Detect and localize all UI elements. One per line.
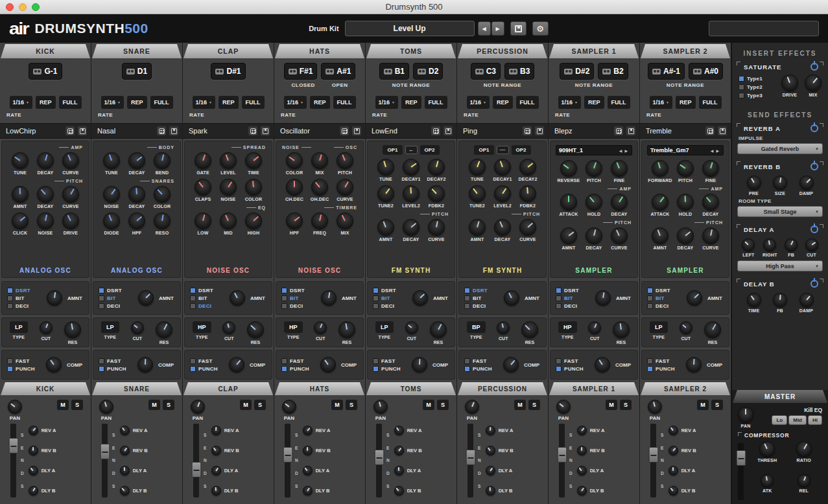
click-knob[interactable] xyxy=(12,212,29,229)
checkbox-icon[interactable] xyxy=(647,303,653,309)
filter-type-button[interactable]: BP xyxy=(467,321,486,333)
fast-option[interactable]: FAST xyxy=(190,358,224,364)
rev-b-send-knob[interactable] xyxy=(303,446,313,455)
impulse-select[interactable]: Gated Reverb ▼ xyxy=(737,143,823,154)
dly-a-send-knob[interactable] xyxy=(486,466,495,475)
checkbox-icon[interactable] xyxy=(99,366,104,372)
dsrt-option[interactable]: DSRT xyxy=(281,288,316,293)
op-link-button[interactable]: ← xyxy=(405,146,418,154)
random-preset-button[interactable] xyxy=(431,126,441,136)
checkbox-icon[interactable] xyxy=(281,288,287,293)
checkbox-icon[interactable] xyxy=(190,288,196,293)
sample-select[interactable]: 909HT_1◀▶ xyxy=(556,145,632,155)
note-button[interactable]: B3 xyxy=(504,63,534,80)
filter-type-button[interactable]: HP xyxy=(558,321,577,333)
checkbox-icon[interactable] xyxy=(281,303,287,309)
filter-type-button[interactable]: HP xyxy=(284,321,303,333)
filter-cutoff-knob[interactable] xyxy=(222,321,235,334)
fast-option[interactable]: FAST xyxy=(373,358,407,364)
channel-fader[interactable] xyxy=(650,424,656,498)
transient-comp-knob[interactable] xyxy=(137,357,153,372)
checkbox-icon[interactable] xyxy=(99,358,104,364)
save-preset-button[interactable] xyxy=(717,126,727,136)
save-preset-button[interactable] xyxy=(534,126,545,136)
op1-button[interactable]: OP1 xyxy=(383,145,402,155)
mute-button[interactable]: M xyxy=(514,400,526,410)
decay-knob[interactable] xyxy=(128,186,145,203)
pan-knob[interactable] xyxy=(465,400,479,414)
channel-fader[interactable] xyxy=(10,424,16,498)
filter-type-button[interactable]: LP xyxy=(101,321,119,333)
dsrt-option[interactable]: DSRT xyxy=(556,288,590,293)
distortion-amount-knob[interactable] xyxy=(321,290,337,306)
note-button[interactable]: C3 xyxy=(471,63,501,80)
filter-type-button[interactable]: HP xyxy=(193,321,211,333)
checkbox-icon[interactable] xyxy=(281,295,287,301)
fdbk2-knob[interactable] xyxy=(519,185,536,202)
op-link-button[interactable]: — xyxy=(497,146,509,154)
dsrt-option[interactable]: DSRT xyxy=(647,288,681,293)
delay-cut-knob[interactable] xyxy=(805,238,818,251)
note-button[interactable]: D#2 xyxy=(560,63,594,80)
checkbox-icon[interactable] xyxy=(190,303,196,309)
checkbox-icon[interactable] xyxy=(464,295,470,301)
checkbox-icon[interactable] xyxy=(739,93,744,98)
hold-knob[interactable] xyxy=(586,194,602,211)
curve-knob[interactable] xyxy=(62,186,79,203)
checkbox-icon[interactable] xyxy=(281,366,287,372)
fast-option[interactable]: FAST xyxy=(556,358,589,364)
note-button[interactable]: B1 xyxy=(379,63,409,80)
op1-button[interactable]: OP1 xyxy=(474,145,493,155)
solo-button[interactable]: S xyxy=(528,400,540,410)
kill-eq-mid-button[interactable]: Mid xyxy=(788,415,807,425)
pan-knob[interactable] xyxy=(556,400,571,414)
note-button[interactable]: D2 xyxy=(413,63,443,80)
full-button[interactable]: FULL xyxy=(150,96,173,109)
channel-fader[interactable] xyxy=(102,424,108,498)
transient-comp-knob[interactable] xyxy=(412,357,427,372)
tune-knob[interactable] xyxy=(12,152,29,169)
level-knob[interactable] xyxy=(220,152,237,169)
save-kit-button[interactable] xyxy=(510,21,526,36)
time-knob[interactable] xyxy=(245,152,262,169)
distortion-amount-knob[interactable] xyxy=(230,290,245,306)
reverb-b-power-button[interactable] xyxy=(810,163,818,170)
saturate-type2-option[interactable]: Type2 xyxy=(739,84,763,90)
fader-handle[interactable] xyxy=(8,438,18,453)
checkbox-icon[interactable] xyxy=(7,366,13,372)
decay-knob[interactable] xyxy=(37,152,54,169)
pan-knob[interactable] xyxy=(282,400,296,414)
random-preset-button[interactable] xyxy=(522,126,532,136)
solo-button[interactable]: S xyxy=(711,400,723,410)
save-preset-button[interactable] xyxy=(169,126,179,136)
amnt-knob[interactable] xyxy=(469,219,486,236)
checkbox-icon[interactable] xyxy=(556,366,562,372)
pan-knob[interactable] xyxy=(191,400,205,414)
fader-handle[interactable] xyxy=(374,450,384,465)
transient-comp-knob[interactable] xyxy=(320,357,336,372)
filter-resonance-knob[interactable] xyxy=(338,321,355,338)
distortion-amount-knob[interactable] xyxy=(504,290,519,306)
kit-prev-button[interactable]: ◀ xyxy=(478,21,491,36)
checkbox-icon[interactable] xyxy=(7,303,13,309)
checkbox-icon[interactable] xyxy=(190,295,196,301)
channel-fader[interactable] xyxy=(285,424,290,498)
deci-option[interactable]: DECI xyxy=(464,303,499,309)
random-preset-button[interactable] xyxy=(613,126,624,136)
solo-button[interactable]: S xyxy=(254,400,266,410)
saturate-type1-option[interactable]: Type1 xyxy=(739,76,763,82)
filter-type-button[interactable]: LP xyxy=(650,321,668,333)
pitch-knob[interactable] xyxy=(586,160,602,177)
mute-button[interactable]: M xyxy=(148,400,160,410)
color-knob[interactable] xyxy=(245,179,262,196)
dsrt-option[interactable]: DSRT xyxy=(190,288,224,293)
solo-button[interactable]: S xyxy=(163,400,174,410)
mix-knob[interactable] xyxy=(337,212,353,229)
filter-resonance-knob[interactable] xyxy=(704,321,721,338)
random-preset-button[interactable] xyxy=(705,126,715,136)
channel-fader[interactable] xyxy=(559,424,565,498)
bit-option[interactable]: BIT xyxy=(7,295,41,301)
attack-knob[interactable] xyxy=(652,194,668,211)
filter-resonance-knob[interactable] xyxy=(156,321,172,338)
rate-select[interactable]: 1/16▼ xyxy=(558,96,581,109)
